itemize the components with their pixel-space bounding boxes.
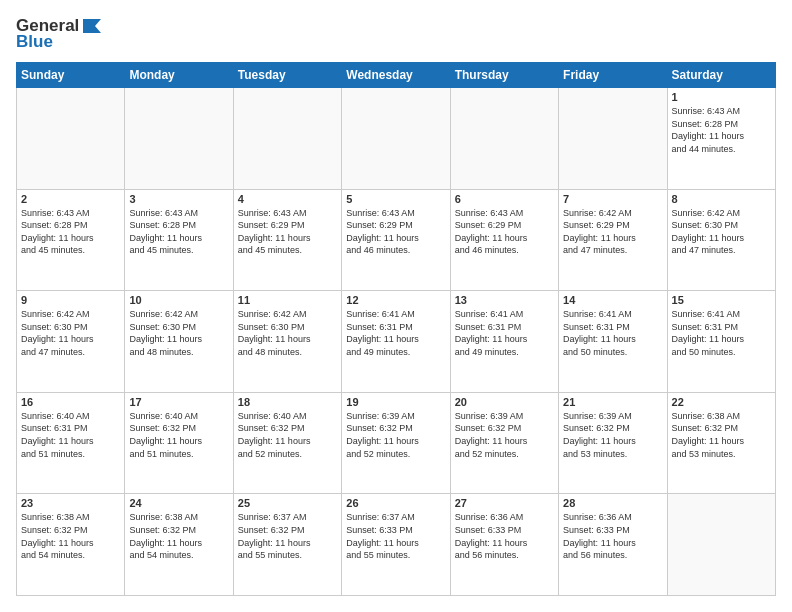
calendar-day-header: Sunday xyxy=(17,63,125,88)
day-number: 19 xyxy=(346,396,445,408)
day-number: 1 xyxy=(672,91,771,103)
calendar-cell xyxy=(450,88,558,190)
calendar-cell xyxy=(233,88,341,190)
calendar-day-header: Monday xyxy=(125,63,233,88)
day-number: 21 xyxy=(563,396,662,408)
calendar-cell: 20Sunrise: 6:39 AM Sunset: 6:32 PM Dayli… xyxy=(450,392,558,494)
day-number: 9 xyxy=(21,294,120,306)
calendar-cell: 13Sunrise: 6:41 AM Sunset: 6:31 PM Dayli… xyxy=(450,291,558,393)
day-number: 23 xyxy=(21,497,120,509)
day-number: 14 xyxy=(563,294,662,306)
calendar-cell: 14Sunrise: 6:41 AM Sunset: 6:31 PM Dayli… xyxy=(559,291,667,393)
page: General Blue SundayMondayTuesdayWednesda… xyxy=(0,0,792,612)
day-number: 10 xyxy=(129,294,228,306)
day-number: 16 xyxy=(21,396,120,408)
calendar-day-header: Saturday xyxy=(667,63,775,88)
day-info: Sunrise: 6:42 AM Sunset: 6:30 PM Dayligh… xyxy=(129,308,228,358)
calendar-cell: 10Sunrise: 6:42 AM Sunset: 6:30 PM Dayli… xyxy=(125,291,233,393)
day-info: Sunrise: 6:43 AM Sunset: 6:29 PM Dayligh… xyxy=(346,207,445,257)
calendar-week-row: 9Sunrise: 6:42 AM Sunset: 6:30 PM Daylig… xyxy=(17,291,776,393)
calendar-day-header: Thursday xyxy=(450,63,558,88)
calendar-cell: 7Sunrise: 6:42 AM Sunset: 6:29 PM Daylig… xyxy=(559,189,667,291)
calendar-cell: 12Sunrise: 6:41 AM Sunset: 6:31 PM Dayli… xyxy=(342,291,450,393)
calendar-cell xyxy=(17,88,125,190)
calendar-cell: 19Sunrise: 6:39 AM Sunset: 6:32 PM Dayli… xyxy=(342,392,450,494)
calendar-cell: 1Sunrise: 6:43 AM Sunset: 6:28 PM Daylig… xyxy=(667,88,775,190)
day-number: 12 xyxy=(346,294,445,306)
day-info: Sunrise: 6:42 AM Sunset: 6:29 PM Dayligh… xyxy=(563,207,662,257)
day-info: Sunrise: 6:41 AM Sunset: 6:31 PM Dayligh… xyxy=(563,308,662,358)
day-number: 11 xyxy=(238,294,337,306)
calendar-cell xyxy=(667,494,775,596)
day-info: Sunrise: 6:42 AM Sunset: 6:30 PM Dayligh… xyxy=(672,207,771,257)
day-number: 4 xyxy=(238,193,337,205)
day-info: Sunrise: 6:41 AM Sunset: 6:31 PM Dayligh… xyxy=(455,308,554,358)
day-number: 25 xyxy=(238,497,337,509)
calendar-cell xyxy=(559,88,667,190)
logo-blue-text: Blue xyxy=(16,32,53,52)
day-number: 6 xyxy=(455,193,554,205)
calendar-header-row: SundayMondayTuesdayWednesdayThursdayFrid… xyxy=(17,63,776,88)
logo-flag-icon xyxy=(81,17,103,35)
day-info: Sunrise: 6:39 AM Sunset: 6:32 PM Dayligh… xyxy=(455,410,554,460)
calendar-cell: 4Sunrise: 6:43 AM Sunset: 6:29 PM Daylig… xyxy=(233,189,341,291)
calendar-week-row: 23Sunrise: 6:38 AM Sunset: 6:32 PM Dayli… xyxy=(17,494,776,596)
calendar-week-row: 1Sunrise: 6:43 AM Sunset: 6:28 PM Daylig… xyxy=(17,88,776,190)
day-number: 5 xyxy=(346,193,445,205)
day-info: Sunrise: 6:39 AM Sunset: 6:32 PM Dayligh… xyxy=(346,410,445,460)
calendar-week-row: 2Sunrise: 6:43 AM Sunset: 6:28 PM Daylig… xyxy=(17,189,776,291)
day-info: Sunrise: 6:41 AM Sunset: 6:31 PM Dayligh… xyxy=(672,308,771,358)
day-info: Sunrise: 6:40 AM Sunset: 6:32 PM Dayligh… xyxy=(129,410,228,460)
day-number: 28 xyxy=(563,497,662,509)
svg-marker-0 xyxy=(83,19,101,33)
day-number: 13 xyxy=(455,294,554,306)
day-info: Sunrise: 6:38 AM Sunset: 6:32 PM Dayligh… xyxy=(129,511,228,561)
day-info: Sunrise: 6:39 AM Sunset: 6:32 PM Dayligh… xyxy=(563,410,662,460)
day-info: Sunrise: 6:40 AM Sunset: 6:32 PM Dayligh… xyxy=(238,410,337,460)
calendar-cell: 22Sunrise: 6:38 AM Sunset: 6:32 PM Dayli… xyxy=(667,392,775,494)
day-info: Sunrise: 6:43 AM Sunset: 6:29 PM Dayligh… xyxy=(455,207,554,257)
day-number: 22 xyxy=(672,396,771,408)
day-info: Sunrise: 6:38 AM Sunset: 6:32 PM Dayligh… xyxy=(672,410,771,460)
day-number: 17 xyxy=(129,396,228,408)
calendar-cell: 9Sunrise: 6:42 AM Sunset: 6:30 PM Daylig… xyxy=(17,291,125,393)
calendar-cell: 23Sunrise: 6:38 AM Sunset: 6:32 PM Dayli… xyxy=(17,494,125,596)
calendar-cell: 18Sunrise: 6:40 AM Sunset: 6:32 PM Dayli… xyxy=(233,392,341,494)
day-number: 24 xyxy=(129,497,228,509)
calendar-cell: 5Sunrise: 6:43 AM Sunset: 6:29 PM Daylig… xyxy=(342,189,450,291)
calendar-day-header: Tuesday xyxy=(233,63,341,88)
calendar-cell: 25Sunrise: 6:37 AM Sunset: 6:32 PM Dayli… xyxy=(233,494,341,596)
day-info: Sunrise: 6:43 AM Sunset: 6:28 PM Dayligh… xyxy=(129,207,228,257)
day-info: Sunrise: 6:36 AM Sunset: 6:33 PM Dayligh… xyxy=(455,511,554,561)
calendar-day-header: Friday xyxy=(559,63,667,88)
day-info: Sunrise: 6:43 AM Sunset: 6:28 PM Dayligh… xyxy=(21,207,120,257)
day-info: Sunrise: 6:38 AM Sunset: 6:32 PM Dayligh… xyxy=(21,511,120,561)
calendar-cell: 8Sunrise: 6:42 AM Sunset: 6:30 PM Daylig… xyxy=(667,189,775,291)
calendar-cell xyxy=(125,88,233,190)
calendar-cell: 11Sunrise: 6:42 AM Sunset: 6:30 PM Dayli… xyxy=(233,291,341,393)
calendar-cell: 16Sunrise: 6:40 AM Sunset: 6:31 PM Dayli… xyxy=(17,392,125,494)
day-number: 7 xyxy=(563,193,662,205)
day-info: Sunrise: 6:42 AM Sunset: 6:30 PM Dayligh… xyxy=(21,308,120,358)
day-info: Sunrise: 6:40 AM Sunset: 6:31 PM Dayligh… xyxy=(21,410,120,460)
calendar-cell: 27Sunrise: 6:36 AM Sunset: 6:33 PM Dayli… xyxy=(450,494,558,596)
day-number: 18 xyxy=(238,396,337,408)
day-number: 2 xyxy=(21,193,120,205)
day-info: Sunrise: 6:43 AM Sunset: 6:28 PM Dayligh… xyxy=(672,105,771,155)
calendar-cell: 2Sunrise: 6:43 AM Sunset: 6:28 PM Daylig… xyxy=(17,189,125,291)
day-info: Sunrise: 6:36 AM Sunset: 6:33 PM Dayligh… xyxy=(563,511,662,561)
calendar-cell: 15Sunrise: 6:41 AM Sunset: 6:31 PM Dayli… xyxy=(667,291,775,393)
day-info: Sunrise: 6:43 AM Sunset: 6:29 PM Dayligh… xyxy=(238,207,337,257)
calendar-cell: 28Sunrise: 6:36 AM Sunset: 6:33 PM Dayli… xyxy=(559,494,667,596)
logo: General Blue xyxy=(16,16,103,52)
day-info: Sunrise: 6:42 AM Sunset: 6:30 PM Dayligh… xyxy=(238,308,337,358)
day-number: 27 xyxy=(455,497,554,509)
day-number: 26 xyxy=(346,497,445,509)
calendar-cell: 17Sunrise: 6:40 AM Sunset: 6:32 PM Dayli… xyxy=(125,392,233,494)
calendar-table: SundayMondayTuesdayWednesdayThursdayFrid… xyxy=(16,62,776,596)
day-number: 3 xyxy=(129,193,228,205)
day-number: 20 xyxy=(455,396,554,408)
calendar-cell xyxy=(342,88,450,190)
day-info: Sunrise: 6:41 AM Sunset: 6:31 PM Dayligh… xyxy=(346,308,445,358)
calendar-cell: 21Sunrise: 6:39 AM Sunset: 6:32 PM Dayli… xyxy=(559,392,667,494)
